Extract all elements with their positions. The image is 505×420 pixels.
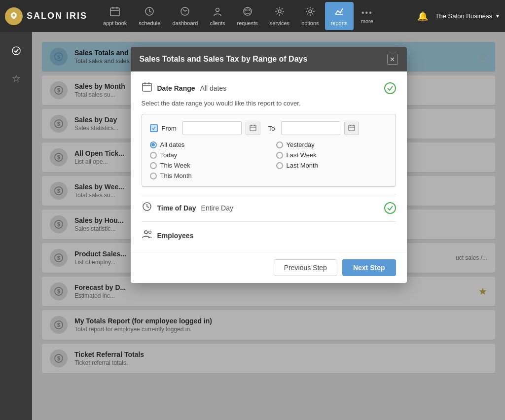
svg-line-49 [147, 207, 149, 208]
modal-header: Sales Totals and Sales Tax by Range of D… [131, 47, 407, 71]
date-range-box: From To [142, 114, 396, 187]
time-of-day-check-icon [384, 202, 396, 214]
clock-icon [142, 201, 152, 214]
radio-this-month[interactable]: This Month [150, 172, 261, 179]
sidebar-icon-check[interactable] [7, 42, 25, 60]
svg-point-0 [13, 14, 15, 16]
modal-overlay: Sales Totals and Sales Tax by Range of D… [32, 32, 505, 420]
top-navigation: SALON IRIS appt book schedule dashboard [0, 0, 505, 32]
radio-btn-this-week [150, 162, 157, 169]
date-inputs-row: From To [150, 121, 388, 135]
services-icon [274, 6, 285, 19]
radio-btn-today [150, 152, 157, 159]
nav-right: 🔔 The Salon Business ▼ [417, 11, 500, 22]
calendar-icon [142, 81, 152, 95]
reports-icon [334, 6, 345, 19]
radio-last-month[interactable]: Last Month [276, 162, 388, 169]
svg-rect-43 [349, 125, 355, 131]
employees-row: Employees [142, 229, 396, 242]
modal-footer: Previous Step Next Step [131, 252, 407, 283]
nav-item-appt-book[interactable]: appt book [97, 2, 133, 30]
app-logo: SALON IRIS [5, 7, 87, 25]
radio-btn-yesterday [276, 141, 283, 148]
svg-rect-39 [250, 125, 256, 131]
nav-label-options: options [301, 20, 319, 26]
to-calendar-button[interactable] [344, 122, 359, 135]
svg-point-51 [148, 231, 151, 234]
to-label: To [268, 125, 275, 132]
from-calendar-button[interactable] [246, 122, 260, 135]
nav-item-services[interactable]: services [264, 2, 295, 30]
employees-label: Employees [157, 232, 194, 240]
user-menu[interactable]: The Salon Business ▼ [435, 12, 500, 20]
options-icon [305, 6, 316, 19]
sidebar: ☆ [0, 32, 32, 420]
nav-item-schedule[interactable]: schedule [133, 2, 166, 30]
user-name: The Salon Business [435, 12, 492, 20]
modal-divider-2 [142, 221, 396, 222]
nav-label-dashboard: dashboard [172, 20, 198, 26]
employees-icon [142, 229, 152, 242]
radio-yesterday[interactable]: Yesterday [276, 141, 388, 148]
logo-text: SALON IRIS [27, 11, 87, 21]
nav-item-clients[interactable]: clients [204, 2, 231, 30]
svg-point-12 [309, 10, 312, 13]
radio-label-this-week: This Week [160, 162, 190, 169]
nav-item-more[interactable]: ••• more [354, 4, 381, 28]
appt-book-icon [109, 6, 120, 19]
schedule-icon [144, 6, 155, 19]
radio-label-last-week: Last Week [287, 151, 317, 159]
previous-step-button[interactable]: Previous Step [274, 259, 337, 276]
nav-label-appt-book: appt book [103, 20, 127, 26]
date-range-value: All dates [200, 84, 227, 92]
notification-bell[interactable]: 🔔 [417, 11, 428, 22]
nav-item-options[interactable]: options [295, 2, 325, 30]
svg-point-9 [216, 8, 219, 12]
to-date-input[interactable] [281, 121, 340, 135]
radio-btn-last-week [276, 152, 283, 159]
nav-label-more: more [361, 18, 373, 24]
radio-label-this-month: This Month [160, 172, 192, 179]
from-label: From [162, 125, 177, 132]
modal-close-button[interactable]: ✕ [387, 54, 398, 65]
svg-rect-1 [110, 8, 119, 16]
nav-label-clients: clients [210, 20, 225, 26]
main-layout: ☆ $ Sales Totals and Sales Tax by Range … [0, 32, 505, 420]
dashboard-icon [180, 6, 190, 19]
svg-line-7 [149, 11, 151, 12]
radio-btn-all-dates [150, 141, 157, 148]
nav-label-reports: reports [331, 20, 348, 26]
more-icon: ••• [361, 8, 373, 17]
next-step-button[interactable]: Next Step [342, 259, 396, 276]
radio-all-dates[interactable]: All dates [150, 141, 261, 148]
date-checkbox[interactable] [150, 124, 158, 132]
modal-title: Sales Totals and Sales Tax by Range of D… [140, 55, 308, 64]
svg-point-11 [278, 10, 281, 13]
svg-rect-35 [143, 83, 151, 91]
close-icon: ✕ [390, 56, 395, 63]
nav-label-services: services [270, 20, 289, 26]
date-radio-grid: All dates Yesterday Today [150, 141, 388, 179]
nav-item-dashboard[interactable]: dashboard [166, 2, 204, 30]
nav-label-schedule: schedule [139, 20, 160, 26]
sidebar-icon-star[interactable]: ☆ [7, 70, 25, 87]
svg-point-14 [12, 47, 20, 55]
modal-divider-1 [142, 194, 396, 194]
requests-icon [242, 6, 253, 19]
date-range-subtitle: Select the date range you would like thi… [142, 100, 396, 107]
radio-today[interactable]: Today [150, 151, 261, 159]
radio-btn-this-month [150, 173, 157, 179]
radio-btn-last-month [276, 162, 283, 169]
time-of-day-row: Time of Day Entire Day [142, 201, 396, 214]
radio-last-week[interactable]: Last Week [276, 151, 388, 159]
nav-item-requests[interactable]: requests [231, 2, 264, 30]
date-range-check-icon [384, 82, 396, 94]
from-date-input[interactable] [182, 121, 242, 135]
date-range-section-row: Date Range All dates [142, 81, 396, 95]
svg-point-50 [144, 231, 147, 234]
clients-icon [212, 6, 223, 19]
radio-this-week[interactable]: This Week [150, 162, 261, 169]
date-range-label: Date Range [157, 84, 195, 92]
nav-item-reports[interactable]: reports [325, 2, 354, 30]
radio-label-all-dates: All dates [160, 141, 185, 148]
